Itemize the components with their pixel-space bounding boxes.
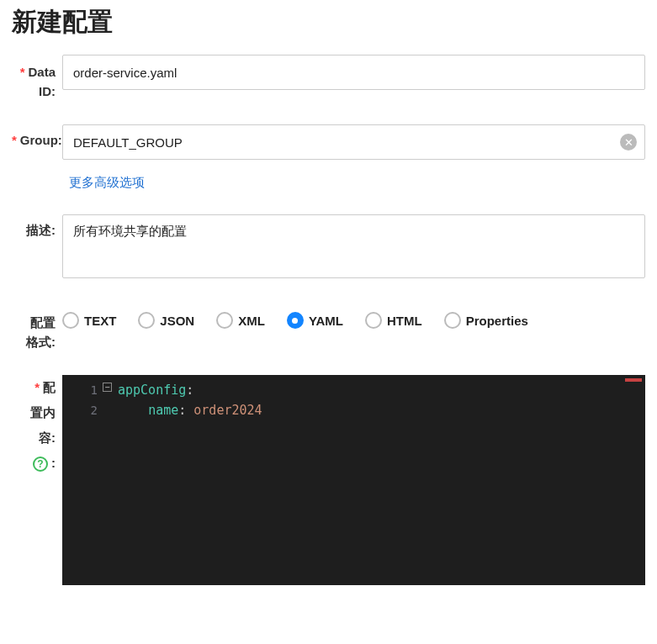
radio-icon xyxy=(138,312,155,329)
radio-icon xyxy=(287,312,304,329)
radio-label: HTML xyxy=(387,314,422,328)
help-icon[interactable]: ? xyxy=(33,457,48,472)
content-row: *配 置内 容: ? : 1 2 − appConfig: name: orde… xyxy=(12,375,645,585)
format-label: 配置 格式: xyxy=(12,305,62,351)
format-radio-html[interactable]: HTML xyxy=(365,312,422,329)
fold-icon[interactable]: − xyxy=(103,383,112,392)
description-textarea[interactable]: 所有环境共享的配置 xyxy=(62,214,645,278)
format-radio-yaml[interactable]: YAML xyxy=(287,312,343,329)
radio-icon xyxy=(216,312,233,329)
format-radio-group: TEXTJSONXMLYAMLHTMLProperties xyxy=(62,305,528,329)
page-title: 新建配置 xyxy=(12,0,645,55)
description-label: 描述: xyxy=(12,214,62,239)
code-gutter: 1 2 xyxy=(62,375,121,420)
content-label: *配 置内 容: ? : xyxy=(12,375,62,476)
data-id-input[interactable] xyxy=(62,55,645,90)
radio-label: TEXT xyxy=(84,314,116,328)
radio-label: JSON xyxy=(160,314,194,328)
group-row: *Group: ✕ xyxy=(12,124,645,160)
radio-label: XML xyxy=(238,314,265,328)
group-input[interactable] xyxy=(62,124,645,160)
data-id-label: *Data ID: xyxy=(12,55,62,101)
format-row: 配置 格式: TEXTJSONXMLYAMLHTMLProperties xyxy=(12,305,645,351)
radio-icon xyxy=(62,312,79,329)
radio-label: Properties xyxy=(466,314,528,328)
code-editor[interactable]: 1 2 − appConfig: name: order2024 xyxy=(62,375,645,585)
format-radio-properties[interactable]: Properties xyxy=(444,312,528,329)
description-row: 描述: 所有环境共享的配置 xyxy=(12,214,645,282)
radio-label: YAML xyxy=(309,314,343,328)
clear-icon[interactable]: ✕ xyxy=(620,134,637,150)
radio-icon xyxy=(365,312,382,329)
code-content: appConfig: name: order2024 xyxy=(118,380,262,420)
radio-icon xyxy=(444,312,461,329)
editor-indicator xyxy=(625,378,642,382)
advanced-options-row: 更多高级选项 xyxy=(69,175,645,191)
format-radio-xml[interactable]: XML xyxy=(216,312,265,329)
group-label: *Group: xyxy=(12,124,62,147)
format-radio-json[interactable]: JSON xyxy=(138,312,194,329)
advanced-options-link[interactable]: 更多高级选项 xyxy=(69,175,145,189)
data-id-row: *Data ID: xyxy=(12,55,645,101)
format-radio-text[interactable]: TEXT xyxy=(62,312,116,329)
